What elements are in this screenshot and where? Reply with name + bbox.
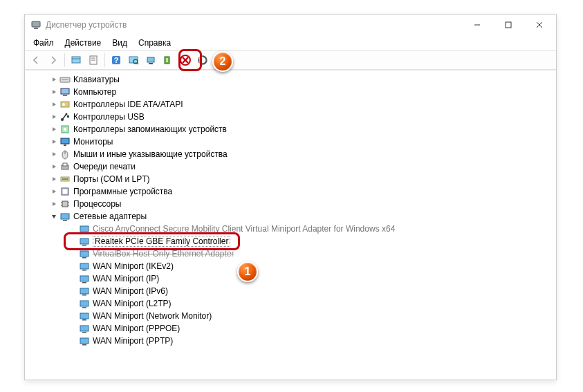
update-driver-button[interactable] [142, 52, 159, 68]
expand-arrow-icon[interactable] [50, 88, 58, 96]
expand-arrow-icon[interactable] [50, 162, 58, 171]
device-label: Realtek PCIe GBE Family Controller [95, 236, 228, 246]
device-row[interactable]: WAN Miniport (Network Monitor) [25, 310, 556, 322]
properties-button[interactable] [85, 52, 102, 68]
svg-rect-1 [34, 28, 38, 29]
device-label: Cisco AnyConnect Secure Mobility Client … [93, 224, 395, 234]
category-row[interactable]: Очереди печати [25, 160, 556, 173]
device-label: WAN Miniport (PPPOE) [93, 324, 180, 333]
category-label: Сетевые адаптеры [73, 212, 147, 221]
svg-rect-27 [63, 95, 67, 96]
category-row[interactable]: Компьютер [25, 86, 556, 98]
svg-rect-46 [63, 189, 67, 194]
svg-rect-66 [80, 301, 89, 306]
expand-arrow-icon[interactable] [50, 113, 58, 121]
menu-view[interactable]: Вид [107, 37, 133, 49]
expand-arrow-icon[interactable] [50, 200, 58, 208]
minimize-button[interactable] [461, 15, 492, 35]
menu-file[interactable]: Файл [28, 37, 59, 49]
svg-rect-52 [61, 214, 69, 219]
svg-rect-32 [67, 115, 69, 118]
device-row[interactable]: WAN Miniport (PPTP) [25, 335, 556, 347]
network-adapter-icon [79, 298, 90, 309]
device-row[interactable]: WAN Miniport (L2TP) [25, 297, 556, 310]
device-tree[interactable]: Клавиатуры Компьютер Контроллеры IDE ATA… [25, 71, 556, 380]
back-button[interactable] [28, 52, 44, 68]
computer-icon [59, 86, 71, 97]
scan-hardware-button[interactable] [125, 52, 142, 68]
device-label: WAN Miniport (IP) [93, 274, 159, 283]
category-label: Порты (COM и LPT) [73, 174, 150, 184]
svg-rect-53 [63, 220, 67, 221]
device-row[interactable]: WAN Miniport (IKEv2) [25, 260, 556, 272]
device-row[interactable]: WAN Miniport (PPPOE) [25, 322, 556, 335]
menu-action[interactable]: Действие [59, 37, 107, 49]
svg-rect-71 [82, 332, 86, 333]
category-label: Контроллеры IDE ATA/ATAPI [73, 100, 183, 109]
svg-rect-35 [61, 138, 69, 144]
category-row[interactable]: Сетевые адаптеры [25, 210, 556, 223]
forward-button[interactable] [45, 52, 62, 68]
svg-rect-59 [82, 257, 86, 259]
category-row[interactable]: Контроллеры запоминающих устройств [25, 123, 556, 136]
expand-arrow-icon[interactable] [50, 100, 58, 109]
menubar: Файл Действие Вид Справка [25, 35, 556, 50]
device-row[interactable]: VirtualBox Host-Only Ethernet Adapter [25, 248, 556, 260]
show-hidden-button[interactable] [68, 52, 84, 68]
device-row[interactable]: WAN Miniport (IPv6) [25, 285, 556, 297]
svg-rect-73 [82, 344, 86, 346]
expand-arrow-icon[interactable] [50, 138, 58, 146]
category-row[interactable]: Клавиатуры [25, 73, 556, 86]
category-row[interactable]: Контроллеры USB [25, 111, 556, 123]
svg-rect-61 [82, 270, 86, 271]
svg-rect-40 [63, 163, 67, 166]
expand-arrow-icon[interactable] [50, 75, 58, 84]
ide-icon [59, 99, 71, 110]
svg-rect-67 [82, 307, 86, 308]
close-button[interactable] [524, 15, 555, 35]
storage-icon [59, 124, 71, 135]
uninstall-device-button[interactable] [160, 52, 176, 68]
maximize-button[interactable] [492, 15, 524, 35]
expand-arrow-icon[interactable] [50, 125, 58, 133]
svg-rect-63 [82, 282, 86, 283]
network-adapter-icon [79, 286, 90, 297]
toolbar: ? [25, 50, 556, 70]
device-label: WAN Miniport (PPTP) [93, 336, 173, 346]
svg-rect-62 [80, 276, 89, 281]
svg-rect-70 [80, 326, 89, 331]
expand-arrow-icon[interactable] [50, 187, 58, 196]
category-row[interactable]: Контроллеры IDE ATA/ATAPI [25, 98, 556, 111]
expand-arrow-icon[interactable] [50, 150, 58, 158]
expand-arrow-icon[interactable] [50, 175, 58, 183]
printer-icon [59, 161, 71, 172]
category-row[interactable]: Программные устройства [25, 185, 556, 198]
content-area: Клавиатуры Компьютер Контроллеры IDE ATA… [25, 70, 556, 380]
cpu-icon [59, 198, 71, 209]
device-row[interactable]: Cisco AnyConnect Secure Mobility Client … [25, 223, 556, 235]
toolbar-separator [64, 53, 65, 67]
help-button[interactable]: ? [108, 52, 124, 68]
device-row[interactable]: Realtek PCIe GBE Family Controller [25, 235, 556, 248]
svg-line-15 [137, 63, 138, 64]
svg-rect-36 [64, 144, 66, 146]
svg-rect-64 [80, 288, 89, 294]
svg-rect-47 [62, 201, 68, 207]
network-adapter-icon [79, 273, 90, 284]
category-row[interactable]: Мониторы [25, 136, 556, 148]
device-row[interactable]: WAN Miniport (IP) [25, 272, 556, 285]
svg-rect-72 [80, 338, 89, 344]
network-icon [59, 211, 71, 222]
svg-text:?: ? [114, 56, 119, 64]
enable-device-button[interactable] [194, 52, 211, 68]
svg-point-29 [62, 103, 65, 106]
disable-device-button[interactable] [177, 52, 194, 68]
menu-help[interactable]: Справка [133, 37, 176, 49]
category-row[interactable]: Порты (COM и LPT) [25, 173, 556, 185]
expand-arrow-icon[interactable] [50, 212, 58, 221]
titlebar: Диспетчер устройств [25, 15, 556, 35]
svg-rect-57 [82, 245, 86, 246]
network-adapter-icon [79, 236, 90, 247]
category-row[interactable]: Процессоры [25, 198, 556, 210]
category-row[interactable]: Мыши и иные указывающие устройства [25, 148, 556, 160]
